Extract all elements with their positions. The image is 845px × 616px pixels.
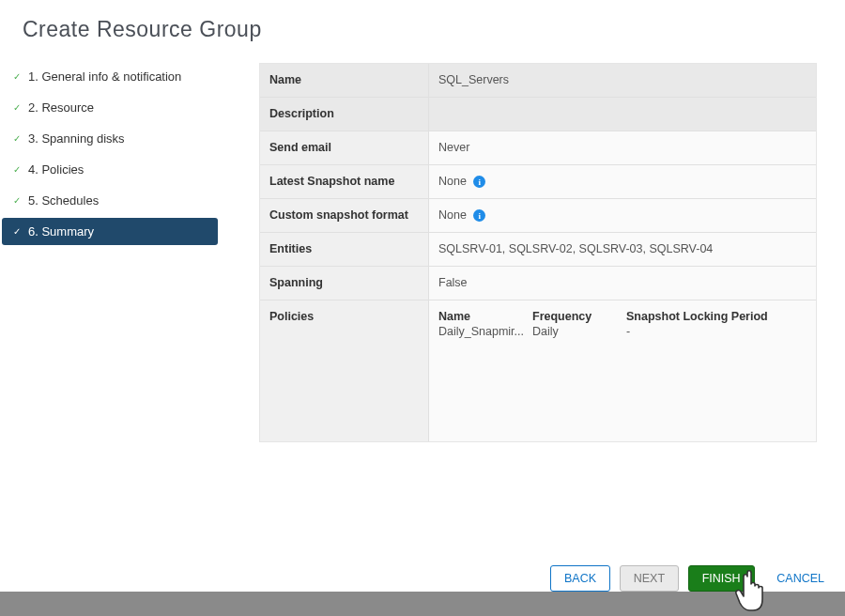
label-entities: Entities xyxy=(260,233,429,266)
step-label: 2. Resource xyxy=(28,100,94,115)
policies-col-frequency: Frequency xyxy=(532,310,626,323)
label-custom-format: Custom snapshot format xyxy=(260,199,429,232)
label-name: Name xyxy=(260,64,429,97)
label-description: Description xyxy=(260,98,429,131)
check-icon: ✓ xyxy=(13,195,23,206)
check-icon: ✓ xyxy=(13,133,23,144)
policies-col-lock: Snapshot Locking Period xyxy=(626,310,807,323)
label-send-email: Send email xyxy=(260,131,429,164)
step-label: 3. Spanning disks xyxy=(28,131,125,146)
step-summary[interactable]: ✓ 6. Summary xyxy=(2,218,218,245)
value-entities: SQLSRV-01, SQLSRV-02, SQLSRV-03, SQLSRV-… xyxy=(429,233,816,266)
summary-panel: Name SQL_Servers Description Send email … xyxy=(218,63,845,442)
check-icon: ✓ xyxy=(13,71,23,82)
value-latest-snapshot-text: None xyxy=(438,175,467,188)
step-policies[interactable]: ✓ 4. Policies xyxy=(2,156,218,183)
summary-table: Name SQL_Servers Description Send email … xyxy=(259,63,817,442)
policies-grid: Name Frequency Snapshot Locking Period D… xyxy=(429,300,816,441)
row-name: Name SQL_Servers xyxy=(260,64,816,98)
policy-frequency: Daily xyxy=(532,325,626,338)
value-send-email: Never xyxy=(429,131,816,164)
row-send-email: Send email Never xyxy=(260,131,816,165)
value-name: SQL_Servers xyxy=(429,64,816,97)
step-schedules[interactable]: ✓ 5. Schedules xyxy=(2,187,218,214)
step-label: 5. Schedules xyxy=(28,193,99,208)
table-row: Daily_Snapmir... Daily - xyxy=(429,323,816,347)
finish-button[interactable]: FINISH xyxy=(688,565,755,592)
wizard-steps-sidebar: ✓ 1. General info & notification ✓ 2. Re… xyxy=(2,63,218,442)
cancel-button[interactable]: CANCEL xyxy=(763,566,837,591)
step-label: 1. General info & notification xyxy=(28,69,181,84)
policy-lock: - xyxy=(626,325,807,338)
back-button[interactable]: BACK xyxy=(550,565,610,592)
value-description xyxy=(429,98,816,131)
policy-name: Daily_Snapmir... xyxy=(438,325,532,338)
row-description: Description xyxy=(260,98,816,131)
check-icon: ✓ xyxy=(13,164,23,175)
policies-col-name: Name xyxy=(438,310,532,323)
row-policies: Policies Name Frequency Snapshot Locking… xyxy=(260,300,816,441)
value-custom-format-text: None xyxy=(438,208,467,222)
wizard-footer: BACK NEXT FINISH CANCEL xyxy=(0,565,845,592)
policies-header-row: Name Frequency Snapshot Locking Period xyxy=(429,300,816,323)
value-custom-format: None i xyxy=(429,199,816,232)
step-general-info[interactable]: ✓ 1. General info & notification xyxy=(2,63,218,90)
step-resource[interactable]: ✓ 2. Resource xyxy=(2,94,218,121)
row-custom-format: Custom snapshot format None i xyxy=(260,199,816,233)
page-title: Create Resource Group xyxy=(0,0,845,63)
row-latest-snapshot: Latest Snapshot name None i xyxy=(260,165,816,199)
step-spanning-disks[interactable]: ✓ 3. Spanning disks xyxy=(2,125,218,152)
row-entities: Entities SQLSRV-01, SQLSRV-02, SQLSRV-03… xyxy=(260,233,816,267)
info-icon[interactable]: i xyxy=(473,176,485,188)
check-icon: ✓ xyxy=(13,226,23,237)
step-label: 6. Summary xyxy=(28,224,94,239)
next-button[interactable]: NEXT xyxy=(620,565,679,592)
row-spanning: Spanning False xyxy=(260,267,816,300)
step-label: 4. Policies xyxy=(28,162,84,177)
check-icon: ✓ xyxy=(13,102,23,113)
value-spanning: False xyxy=(429,267,816,300)
bottom-bar xyxy=(0,592,845,616)
label-policies: Policies xyxy=(260,300,429,441)
info-icon[interactable]: i xyxy=(473,209,485,222)
label-latest-snapshot: Latest Snapshot name xyxy=(260,165,429,198)
value-latest-snapshot: None i xyxy=(429,165,816,198)
wizard-layout: ✓ 1. General info & notification ✓ 2. Re… xyxy=(0,63,845,442)
label-spanning: Spanning xyxy=(260,267,429,300)
